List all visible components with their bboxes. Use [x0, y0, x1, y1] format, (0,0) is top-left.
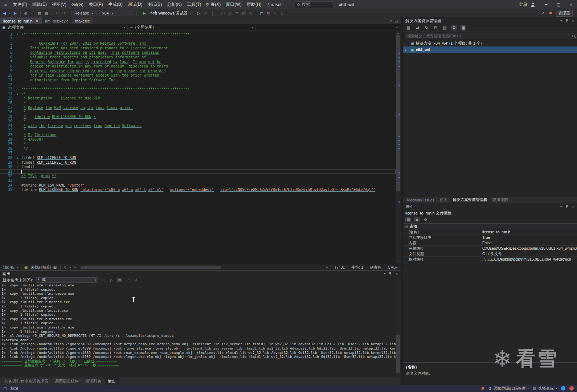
select-repository-button[interactable]: 选择仓库: [533, 386, 557, 391]
solution-search-input[interactable]: [405, 33, 577, 39]
step-over-icon[interactable]: [220, 10, 226, 16]
line-indicator[interactable]: 行: 31: [335, 265, 345, 270]
step-into-icon[interactable]: [227, 10, 233, 16]
preview-selected-items-icon[interactable]: [461, 25, 466, 30]
property-row[interactable]: 文件类型C++ 头文件: [403, 251, 577, 257]
code-line[interactable]: 31: [0, 170, 396, 174]
navbar-options-icon[interactable]: [396, 25, 401, 29]
code-line[interactable]: 30│#endif: [0, 165, 396, 170]
code-line[interactable]: 28∨#ifdef RLM_LICENSE_TO_RUN: [0, 156, 396, 160]
window-position-icon[interactable]: [560, 19, 562, 23]
collapse-all-icon[interactable]: [433, 25, 438, 30]
code-editor[interactable]: 1∨/*************************************…: [0, 31, 401, 264]
sync-with-active-document-icon[interactable]: [415, 25, 420, 30]
project-row[interactable]: x64_w4: [403, 46, 577, 53]
menu-item[interactable]: 文件(F): [11, 0, 30, 9]
menu-item[interactable]: 编辑(E): [30, 0, 49, 9]
code-line[interactable]: 3 COPYRIGHT (c) 2007, 2022 by Reprise So…: [0, 41, 396, 46]
maximize-button[interactable]: [552, 0, 565, 9]
user-profile-icon[interactable]: [531, 3, 535, 7]
scroll-right-icon[interactable]: ▶: [326, 266, 328, 269]
close-icon[interactable]: [572, 205, 574, 208]
edit-markup-icon[interactable]: [248, 10, 254, 16]
property-row[interactable]: 完整路径C:\Users\USER\Desktop\pclp\rlm.v15.0…: [403, 246, 577, 251]
indentation-indicator[interactable]: 制表符: [370, 265, 381, 270]
sync-icon[interactable]: [258, 10, 264, 16]
save-icon[interactable]: [37, 10, 42, 16]
fold-marker[interactable]: ∨: [17, 156, 21, 160]
code-health-icon[interactable]: [24, 265, 28, 270]
bottom-tab[interactable]: 任务运行程序资源管理器: [1, 377, 51, 385]
show-all-files-icon[interactable]: [442, 25, 447, 30]
code-line[interactable]: 33: [0, 179, 396, 183]
scrollbar-thumb[interactable]: [396, 35, 400, 191]
start-without-debugging-icon[interactable]: [196, 10, 202, 16]
menu-item[interactable]: 扩展(X): [204, 0, 223, 9]
code-line[interactable]: 16 *: [0, 101, 396, 106]
undo-icon[interactable]: [54, 10, 60, 16]
notification-badge-icon[interactable]: [569, 386, 574, 391]
code-line[interactable]: 24 * 4/20/07: [0, 138, 396, 142]
code-line[interactable]: 26 */: [0, 147, 396, 151]
new-file-icon[interactable]: [23, 10, 29, 16]
code-line[interactable]: 19 * #define RLM_LICENSE_TO_RUN \: [0, 115, 396, 119]
attach-to-process-icon[interactable]: [203, 10, 209, 16]
code-line[interactable]: 6 valuable trade secrets and proprietary…: [0, 55, 396, 60]
word-wrap-icon[interactable]: [272, 10, 278, 16]
code-line[interactable]: 35#define RLM_LICENSE_TO_RUN "platforms=…: [0, 188, 396, 192]
toggle-word-wrap-icon[interactable]: [125, 278, 130, 282]
code-line[interactable]: 13**************************************…: [0, 87, 396, 92]
scrollbar-thumb[interactable]: [81, 266, 221, 269]
code-line[interactable]: 11 authorization from Reprise Software I…: [0, 78, 396, 83]
property-row[interactable]: 内容False: [403, 240, 577, 246]
scope-dropdown[interactable]: (全局范围): [128, 24, 255, 30]
code-line[interactable]: 4 This software has been provided pursua…: [0, 46, 396, 51]
scroll-left-icon[interactable]: ◀: [74, 266, 76, 269]
menu-item[interactable]: 帮助(H): [244, 0, 264, 9]
editor-tab[interactable]: rlm_pubkey.c: [42, 17, 72, 24]
messages-list-icon[interactable]: [117, 278, 122, 282]
float-window-icon[interactable]: [394, 19, 398, 23]
code-line[interactable]: 8 copied or distributed in any form or m…: [0, 64, 396, 69]
output-vertical-scrollbar[interactable]: [396, 283, 401, 377]
properties-object-name[interactable]: license_to_run.h 文件属性: [403, 210, 577, 216]
close-button[interactable]: [565, 0, 577, 9]
manager-button[interactable]: 管理器: [556, 10, 573, 17]
open-file-icon[interactable]: [30, 10, 36, 16]
navigate-forward-icon[interactable]: [12, 10, 18, 16]
tool-window-tab[interactable]: 任务: [437, 197, 450, 203]
suggestions-dropdown-icon[interactable]: [70, 266, 71, 269]
code-line[interactable]: 21 * with the license you received from …: [0, 124, 396, 128]
menu-item[interactable]: 调试(D): [125, 0, 145, 9]
fold-marker[interactable]: ∨: [17, 32, 21, 37]
editor-tab[interactable]: license_to_run.h: [0, 17, 42, 24]
code-line[interactable]: 15 * Description: License to use RLM: [0, 96, 396, 101]
properties-icon[interactable]: [451, 25, 457, 30]
start-debugging-button[interactable]: 本地 Windows 调试器: [139, 10, 195, 16]
redo-icon[interactable]: [61, 10, 67, 16]
output-source-combo[interactable]: 生成: [36, 277, 98, 283]
notifications-bell-icon[interactable]: [481, 387, 484, 390]
code-line[interactable]: 12: [0, 83, 396, 87]
close-icon[interactable]: [35, 19, 38, 23]
editor-vertical-scrollbar[interactable]: ▲ ▼: [396, 31, 401, 264]
notifications-bell-icon[interactable]: [549, 12, 552, 15]
navigate-back-icon[interactable]: [1, 10, 7, 16]
alphabetical-icon[interactable]: [414, 217, 420, 222]
tool-window-tab[interactable]: 解决方案资源管理器: [450, 197, 490, 203]
clear-all-icon[interactable]: [133, 278, 138, 282]
output-text-area[interactable]: 1> copy rlmutil.exe rlmanewlog.exe1> 1 f…: [0, 283, 396, 377]
tool-window-tab[interactable]: 资源视图: [490, 197, 510, 203]
code-line[interactable]: 34#define RLM_ISV_NAME "vector": [0, 183, 396, 188]
bottom-tab[interactable]: 错误列表: [82, 377, 104, 385]
minimize-button[interactable]: [540, 0, 552, 9]
zoom-level[interactable]: 100 %: [3, 265, 14, 270]
pin-icon[interactable]: [565, 19, 568, 23]
expand-chevron-icon[interactable]: [405, 48, 409, 52]
quick-search-box[interactable]: 搜索: [295, 1, 334, 8]
code-line[interactable]: 5 containing restrictions on its use. Th…: [0, 50, 396, 55]
code-line[interactable]: 17 * Replace the RLM license on the four…: [0, 106, 396, 110]
toggle-comment-icon[interactable]: [234, 10, 240, 16]
bottom-tab[interactable]: 输出: [105, 377, 119, 385]
code-line[interactable]: 9 parties, reverse engineered or used in…: [0, 69, 396, 74]
